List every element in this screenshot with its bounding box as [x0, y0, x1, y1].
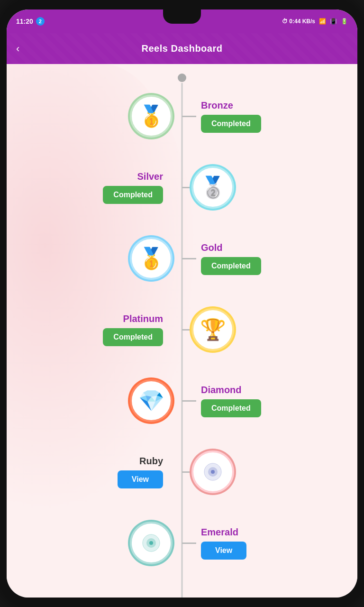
gold-text-side: Gold Completed	[182, 242, 357, 275]
silver-status-button[interactable]: Completed	[103, 186, 163, 204]
silver-medal-icon: 🥈	[200, 175, 226, 200]
diamond-status-button[interactable]: Completed	[201, 399, 261, 417]
ruby-text-side: Ruby View	[7, 456, 182, 488]
emerald-view-button[interactable]: View	[201, 542, 246, 560]
platinum-trophy-icon: 🏆	[200, 317, 226, 342]
header-background	[7, 33, 357, 64]
silver-icon-circle: 🥈	[191, 166, 234, 209]
silver-icon-side: 🥈	[182, 166, 357, 209]
network-speed: ⏱ 0:44 KB/s	[282, 18, 315, 25]
diamond-name: Diamond	[201, 385, 242, 395]
content-area: 🥇 Bronze Completed Silver	[7, 64, 357, 598]
gold-name: Gold	[201, 242, 223, 253]
ruby-view-button[interactable]: View	[118, 470, 163, 488]
emerald-icon-circle	[130, 522, 173, 564]
ruby-icon-side	[182, 451, 357, 493]
notch	[163, 9, 201, 24]
timeline-top-dot	[178, 74, 186, 82]
milestone-platinum: Platinum Completed 🏆	[7, 301, 357, 358]
platinum-icon-side: 🏆	[182, 308, 357, 351]
gold-medal-icon: 🥇	[138, 246, 164, 271]
gold-icon-side: 🥇	[7, 237, 182, 280]
svg-point-2	[211, 470, 215, 474]
platinum-status-button[interactable]: Completed	[103, 328, 163, 346]
ruby-icon-circle	[191, 451, 234, 493]
bronze-icon-side: 🥇	[7, 95, 182, 138]
status-left: 11:20 2	[16, 17, 45, 26]
phone-frame: 11:20 2 ⏱ 0:44 KB/s 📶 📳 🔋 ‹ Reels Dashbo…	[0, 0, 364, 607]
app-header: ‹ Reels Dashboard	[7, 33, 357, 64]
emerald-name: Emerald	[201, 527, 238, 538]
milestone-silver: Silver Completed 🥈	[7, 159, 357, 216]
status-right: ⏱ 0:44 KB/s 📶 📳 🔋	[282, 18, 348, 25]
platinum-name: Platinum	[123, 313, 163, 324]
back-button[interactable]: ‹	[16, 43, 19, 55]
signal-icon: 📳	[330, 18, 337, 25]
silver-name: Silver	[137, 171, 163, 182]
wifi-icon: 📶	[319, 18, 326, 25]
bronze-icon-circle: 🥇	[130, 95, 173, 138]
bronze-name: Bronze	[201, 100, 233, 111]
gold-status-button[interactable]: Completed	[201, 257, 261, 275]
milestone-ruby: Ruby View	[7, 443, 357, 500]
ruby-gem-svg	[201, 460, 225, 484]
notification-badge: 2	[36, 17, 45, 26]
timeline-container: 🥇 Bronze Completed Silver	[7, 64, 357, 598]
milestone-emerald: Emerald View	[7, 515, 357, 571]
diamond-text-side: Diamond Completed	[182, 385, 357, 417]
emerald-icon-side	[7, 522, 182, 564]
bronze-medal-icon: 🥇	[138, 104, 164, 129]
silver-text-side: Silver Completed	[7, 171, 182, 204]
milestone-gold: 🥇 Gold Completed	[7, 230, 357, 287]
emerald-gem-svg	[139, 531, 163, 555]
ruby-name: Ruby	[139, 456, 163, 467]
diamond-icon-circle: 💎	[130, 379, 173, 422]
battery-icon: 🔋	[341, 18, 348, 25]
time-display: 11:20	[16, 18, 33, 25]
platinum-text-side: Platinum Completed	[7, 313, 182, 346]
bronze-status-button[interactable]: Completed	[201, 115, 261, 133]
milestone-bronze: 🥇 Bronze Completed	[7, 88, 357, 145]
milestone-diamond: 💎 Diamond Completed	[7, 372, 357, 429]
gold-icon-circle: 🥇	[130, 237, 173, 280]
bronze-text-side: Bronze Completed	[182, 100, 357, 133]
phone-screen: 11:20 2 ⏱ 0:44 KB/s 📶 📳 🔋 ‹ Reels Dashbo…	[7, 9, 357, 598]
diamond-icon-side: 💎	[7, 379, 182, 422]
diamond-gem-icon: 💎	[138, 388, 164, 413]
svg-point-5	[149, 541, 153, 545]
emerald-text-side: Emerald View	[182, 527, 357, 560]
platinum-icon-circle: 🏆	[191, 308, 234, 351]
